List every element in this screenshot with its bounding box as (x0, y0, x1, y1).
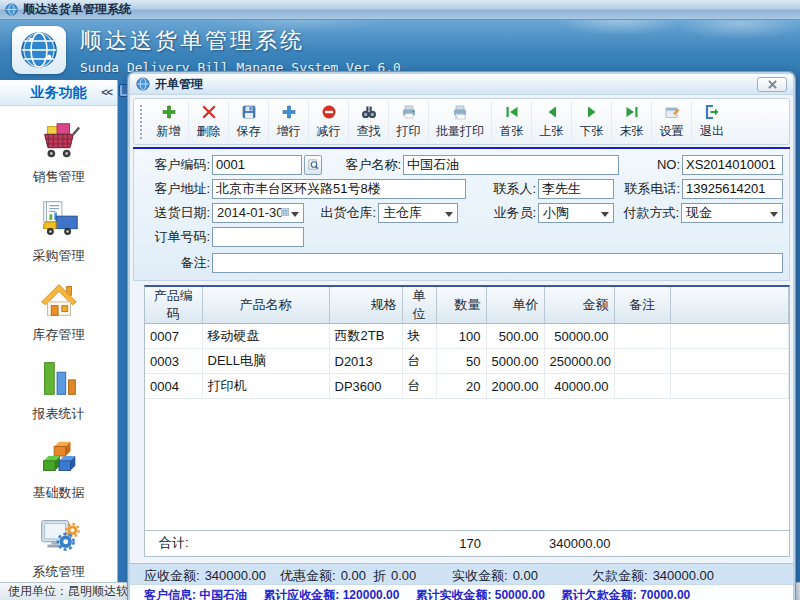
exit-button[interactable]: 退出 (692, 101, 732, 143)
sidebar-item-inventory[interactable]: 库存管理 (0, 274, 117, 346)
sidebar-item-purchase[interactable]: 采购管理 (0, 195, 117, 267)
billing-window-title: 开单管理 (155, 76, 203, 93)
toolbar: 新增 删除 保存 增行 减行 查找 (133, 98, 790, 145)
prev-icon (544, 104, 560, 120)
first-button[interactable]: 首张 (492, 101, 532, 143)
calendar-icon (281, 208, 289, 216)
find-icon (361, 104, 377, 120)
bill-no-input[interactable] (682, 155, 783, 175)
sidebar-item-sales[interactable]: 销售管理 (0, 116, 117, 188)
payment-value: 现金 (686, 204, 712, 222)
order-no-input[interactable] (212, 227, 304, 247)
address-input[interactable] (212, 179, 466, 199)
sidebar-item-label: 基础数据 (33, 484, 85, 502)
sidebar-title: 业务功能 (31, 84, 87, 102)
cell-code: 0003 (145, 349, 202, 374)
cell-code: 0007 (145, 324, 202, 349)
salesman-select[interactable]: 小陶 (538, 203, 614, 223)
received-amount: 实收金额:0.00 (452, 567, 538, 585)
cell-unit: 台 (402, 374, 436, 399)
cart-icon (35, 118, 83, 164)
close-icon (768, 80, 777, 89)
billing-window: 开单管理 新增 删除 保存 增行 (128, 72, 795, 600)
new-button[interactable]: 新增 (149, 101, 189, 143)
bill-form: 客户编码: 客户名称: NO: 客户地址: 联系人: (133, 149, 790, 281)
sidebar-item-system[interactable]: 系统管理 (0, 511, 117, 583)
remove-row-button[interactable]: 减行 (309, 101, 349, 143)
window-globe-icon (136, 77, 150, 91)
app-logo (12, 26, 66, 74)
discount-amount: 优惠金额:0.00 (280, 567, 366, 585)
total-receivable: 累计应收金额: 120000.00 (263, 587, 399, 600)
delivery-date-value: 2014-01-30 (217, 205, 284, 220)
dropdown-arrow-icon (291, 212, 299, 217)
col-header-price: 单价 (486, 287, 544, 324)
contact-input[interactable] (538, 179, 614, 199)
button-label: 删除 (197, 123, 221, 140)
table-row[interactable]: 0007 移动硬盘 西数2TB 块 100 500.00 50000.00 (145, 324, 789, 349)
col-header-filler (670, 287, 789, 324)
col-header-name: 产品名称 (202, 287, 329, 324)
sidebar-header: 业务功能 << (0, 80, 117, 106)
settings-button[interactable]: 设置 (652, 101, 692, 143)
col-header-qty: 数量 (436, 287, 486, 324)
batch-print-button[interactable]: 批量打印 (429, 101, 492, 143)
cell-qty: 100 (436, 324, 486, 349)
phone-input[interactable] (682, 179, 783, 199)
find-button[interactable]: 查找 (349, 101, 389, 143)
total-amount: 340000.00 (544, 530, 614, 556)
col-header-code: 产品编码 (145, 287, 202, 324)
sidebar-item-reports[interactable]: 报表统计 (0, 353, 117, 425)
cell-price: 500.00 (486, 324, 544, 349)
prev-button[interactable]: 上张 (532, 101, 572, 143)
print-button[interactable]: 打印 (389, 101, 429, 143)
customer-code-label: 客户编码: (148, 156, 210, 174)
col-header-unit: 单位 (402, 287, 436, 324)
app-header-text: 顺达送货单管理系统 Sunda Delivery Bill Manage Sys… (80, 26, 401, 75)
delete-button[interactable]: 删除 (189, 101, 229, 143)
cell-amount: 250000.00 (544, 349, 614, 374)
lookup-magnifier-icon (308, 159, 319, 170)
sidebar-item-label: 库存管理 (33, 326, 85, 344)
last-button[interactable]: 末张 (612, 101, 652, 143)
receivable-amount: 应收金额:340000.00 (144, 567, 266, 585)
cell-code: 0004 (145, 374, 202, 399)
button-label: 设置 (660, 123, 684, 140)
table-row[interactable]: 0003 DELL电脑 D2013 台 50 5000.00 250000.00 (145, 349, 789, 374)
exit-icon (704, 104, 720, 120)
contact-label: 联系人: (486, 180, 536, 198)
cell-filler (670, 374, 789, 399)
salesman-value: 小陶 (543, 204, 569, 222)
billing-window-titlebar[interactable]: 开单管理 (130, 74, 793, 95)
total-qty: 170 (436, 530, 486, 556)
globe-logo-icon (19, 30, 59, 70)
order-no-label: 订单号码: (148, 228, 210, 246)
button-label: 退出 (700, 123, 724, 140)
sidebar-item-label: 系统管理 (33, 563, 85, 581)
sidebar-collapse-button[interactable]: << (101, 86, 112, 98)
cell-amount: 40000.00 (544, 374, 614, 399)
print-icon (401, 104, 417, 120)
delivery-date-label: 送货日期: (148, 204, 210, 222)
sidebar-item-basedata[interactable]: 基础数据 (0, 432, 117, 504)
payment-select[interactable]: 现金 (681, 203, 783, 223)
close-button[interactable] (757, 77, 787, 92)
discount-rate: 折0.00 (373, 567, 416, 585)
table-row[interactable]: 0004 打印机 DP3600 台 20 2000.00 40000.00 (145, 374, 789, 399)
delivery-date-picker[interactable]: 2014-01-30 (212, 203, 304, 223)
cell-spec: 西数2TB (329, 324, 402, 349)
cell-remark (614, 324, 670, 349)
cell-unit: 台 (402, 349, 436, 374)
col-header-spec: 规格 (329, 287, 402, 324)
add-row-button[interactable]: 增行 (269, 101, 309, 143)
save-button[interactable]: 保存 (229, 101, 269, 143)
toolbar-drag-handle[interactable] (140, 105, 143, 139)
customer-name-input[interactable] (403, 155, 619, 175)
next-button[interactable]: 下张 (572, 101, 612, 143)
customer-lookup-button[interactable] (304, 155, 322, 175)
warehouse-select[interactable]: 主仓库 (378, 203, 458, 223)
cell-name: 打印机 (202, 374, 329, 399)
button-label: 保存 (237, 123, 261, 140)
remark-input[interactable] (212, 253, 783, 273)
customer-code-input[interactable] (212, 155, 302, 175)
